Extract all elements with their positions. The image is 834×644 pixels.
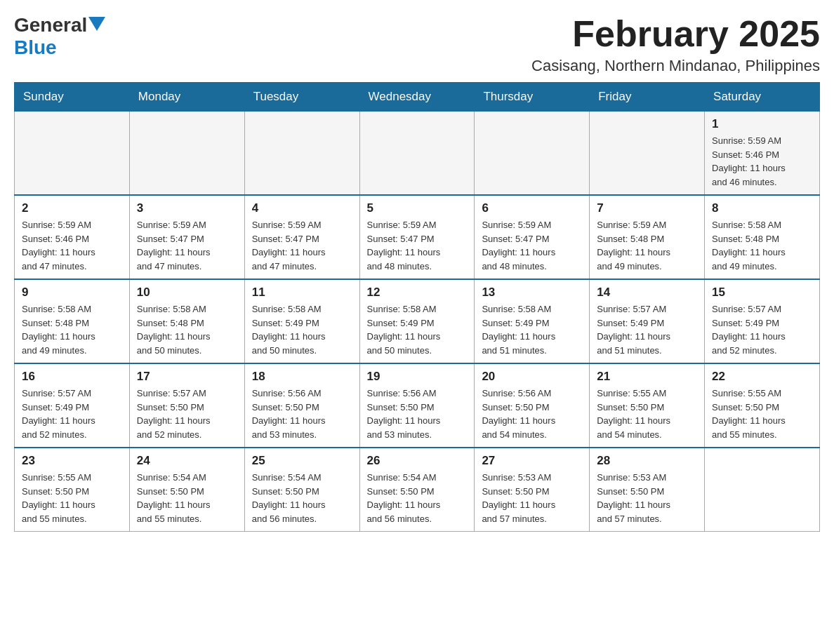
day-info: Sunrise: 5:53 AM Sunset: 5:50 PM Dayligh… [597,471,697,525]
day-number: 19 [367,370,468,384]
day-info: Sunrise: 5:57 AM Sunset: 5:49 PM Dayligh… [712,302,812,357]
calendar-cell: 25Sunrise: 5:54 AM Sunset: 5:50 PM Dayli… [244,448,359,532]
calendar-cell: 17Sunrise: 5:57 AM Sunset: 5:50 PM Dayli… [129,363,244,448]
calendar-cell: 5Sunrise: 5:59 AM Sunset: 5:47 PM Daylig… [359,195,475,279]
day-info: Sunrise: 5:54 AM Sunset: 5:50 PM Dayligh… [367,471,468,525]
day-info: Sunrise: 5:59 AM Sunset: 5:46 PM Dayligh… [712,134,812,189]
logo-blue-text: Blue [14,36,57,59]
day-info: Sunrise: 5:56 AM Sunset: 5:50 PM Dayligh… [482,387,582,441]
day-number: 8 [712,201,812,215]
calendar-cell: 23Sunrise: 5:55 AM Sunset: 5:50 PM Dayli… [15,448,130,532]
day-info: Sunrise: 5:58 AM Sunset: 5:49 PM Dayligh… [482,302,582,357]
day-info: Sunrise: 5:55 AM Sunset: 5:50 PM Dayligh… [712,387,812,441]
day-info: Sunrise: 5:56 AM Sunset: 5:50 PM Dayligh… [367,387,468,441]
day-number: 5 [367,201,468,215]
day-info: Sunrise: 5:57 AM Sunset: 5:49 PM Dayligh… [597,302,697,357]
day-number: 16 [22,370,122,384]
day-number: 24 [137,454,237,468]
calendar-cell: 12Sunrise: 5:58 AM Sunset: 5:49 PM Dayli… [359,279,475,363]
day-number: 11 [252,286,352,300]
logo-general-text: General [14,14,87,36]
calendar-cell: 21Sunrise: 5:55 AM Sunset: 5:50 PM Dayli… [590,363,705,448]
calendar-cell [590,112,705,196]
day-info: Sunrise: 5:58 AM Sunset: 5:49 PM Dayligh… [367,302,468,357]
day-number: 15 [712,286,812,300]
day-info: Sunrise: 5:57 AM Sunset: 5:50 PM Dayligh… [137,387,237,441]
day-number: 10 [137,286,237,300]
calendar-cell: 22Sunrise: 5:55 AM Sunset: 5:50 PM Dayli… [705,363,820,448]
header-tuesday: Tuesday [244,83,359,112]
calendar-header-row: SundayMondayTuesdayWednesdayThursdayFrid… [15,83,820,112]
calendar-cell: 19Sunrise: 5:56 AM Sunset: 5:50 PM Dayli… [359,363,475,448]
day-number: 20 [482,370,582,384]
day-info: Sunrise: 5:53 AM Sunset: 5:50 PM Dayligh… [482,471,582,525]
day-info: Sunrise: 5:59 AM Sunset: 5:46 PM Dayligh… [22,218,122,273]
calendar-week-row: 16Sunrise: 5:57 AM Sunset: 5:49 PM Dayli… [15,363,820,448]
calendar-cell: 20Sunrise: 5:56 AM Sunset: 5:50 PM Dayli… [475,363,590,448]
day-info: Sunrise: 5:59 AM Sunset: 5:47 PM Dayligh… [137,218,237,273]
calendar-week-row: 1Sunrise: 5:59 AM Sunset: 5:46 PM Daylig… [15,112,820,196]
day-number: 25 [252,454,352,468]
day-info: Sunrise: 5:58 AM Sunset: 5:49 PM Dayligh… [252,302,352,357]
logo-triangle-icon [88,17,105,31]
calendar-cell: 6Sunrise: 5:59 AM Sunset: 5:47 PM Daylig… [475,195,590,279]
location-title: Casisang, Northern Mindanao, Philippines [531,57,820,75]
calendar-cell: 15Sunrise: 5:57 AM Sunset: 5:49 PM Dayli… [705,279,820,363]
day-number: 22 [712,370,812,384]
page-header: General Blue February 2025 Casisang, Nor… [14,14,820,75]
calendar-cell: 24Sunrise: 5:54 AM Sunset: 5:50 PM Dayli… [129,448,244,532]
day-number: 26 [367,454,468,468]
calendar-cell: 16Sunrise: 5:57 AM Sunset: 5:49 PM Dayli… [15,363,130,448]
header-thursday: Thursday [475,83,590,112]
calendar-cell [129,112,244,196]
calendar-table: SundayMondayTuesdayWednesdayThursdayFrid… [14,82,820,532]
day-number: 7 [597,201,697,215]
logo: General Blue [14,14,105,59]
day-number: 17 [137,370,237,384]
header-wednesday: Wednesday [359,83,475,112]
calendar-cell: 13Sunrise: 5:58 AM Sunset: 5:49 PM Dayli… [475,279,590,363]
day-info: Sunrise: 5:58 AM Sunset: 5:48 PM Dayligh… [712,218,812,273]
month-title: February 2025 [531,14,820,54]
day-number: 9 [22,286,122,300]
calendar-cell: 9Sunrise: 5:58 AM Sunset: 5:48 PM Daylig… [15,279,130,363]
day-number: 12 [367,286,468,300]
day-number: 13 [482,286,582,300]
calendar-week-row: 23Sunrise: 5:55 AM Sunset: 5:50 PM Dayli… [15,448,820,532]
calendar-cell: 8Sunrise: 5:58 AM Sunset: 5:48 PM Daylig… [705,195,820,279]
day-number: 28 [597,454,697,468]
calendar-cell [475,112,590,196]
calendar-cell: 27Sunrise: 5:53 AM Sunset: 5:50 PM Dayli… [475,448,590,532]
day-info: Sunrise: 5:54 AM Sunset: 5:50 PM Dayligh… [252,471,352,525]
day-number: 6 [482,201,582,215]
calendar-cell: 26Sunrise: 5:54 AM Sunset: 5:50 PM Dayli… [359,448,475,532]
calendar-cell [244,112,359,196]
day-info: Sunrise: 5:55 AM Sunset: 5:50 PM Dayligh… [597,387,697,441]
day-info: Sunrise: 5:57 AM Sunset: 5:49 PM Dayligh… [22,387,122,441]
day-info: Sunrise: 5:56 AM Sunset: 5:50 PM Dayligh… [252,387,352,441]
calendar-cell [359,112,475,196]
day-info: Sunrise: 5:59 AM Sunset: 5:47 PM Dayligh… [367,218,468,273]
day-info: Sunrise: 5:58 AM Sunset: 5:48 PM Dayligh… [22,302,122,357]
calendar-cell: 14Sunrise: 5:57 AM Sunset: 5:49 PM Dayli… [590,279,705,363]
day-number: 23 [22,454,122,468]
header-sunday: Sunday [15,83,130,112]
calendar-cell: 28Sunrise: 5:53 AM Sunset: 5:50 PM Dayli… [590,448,705,532]
title-section: February 2025 Casisang, Northern Mindana… [531,14,820,75]
day-number: 14 [597,286,697,300]
day-number: 18 [252,370,352,384]
calendar-cell: 2Sunrise: 5:59 AM Sunset: 5:46 PM Daylig… [15,195,130,279]
day-info: Sunrise: 5:59 AM Sunset: 5:48 PM Dayligh… [597,218,697,273]
calendar-cell [15,112,130,196]
calendar-cell: 11Sunrise: 5:58 AM Sunset: 5:49 PM Dayli… [244,279,359,363]
calendar-week-row: 2Sunrise: 5:59 AM Sunset: 5:46 PM Daylig… [15,195,820,279]
day-info: Sunrise: 5:54 AM Sunset: 5:50 PM Dayligh… [137,471,237,525]
calendar-cell: 4Sunrise: 5:59 AM Sunset: 5:47 PM Daylig… [244,195,359,279]
header-saturday: Saturday [705,83,820,112]
calendar-cell [705,448,820,532]
calendar-cell: 1Sunrise: 5:59 AM Sunset: 5:46 PM Daylig… [705,112,820,196]
day-number: 21 [597,370,697,384]
calendar-cell: 10Sunrise: 5:58 AM Sunset: 5:48 PM Dayli… [129,279,244,363]
calendar-cell: 7Sunrise: 5:59 AM Sunset: 5:48 PM Daylig… [590,195,705,279]
day-info: Sunrise: 5:59 AM Sunset: 5:47 PM Dayligh… [252,218,352,273]
